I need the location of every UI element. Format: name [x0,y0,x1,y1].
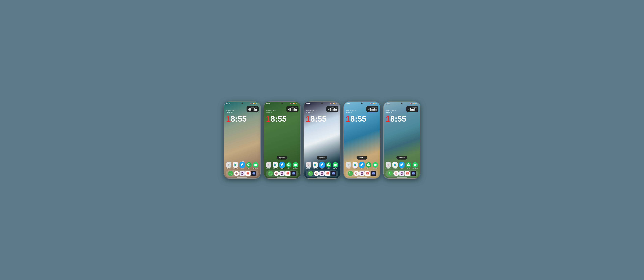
app-label: Twitter [399,168,405,169]
app-item[interactable] [365,171,370,176]
phone-screen: 18:55⏰ 🔕 ⬤ 📶 84%🔋Screen time48minMonday,… [384,102,420,178]
app-item[interactable] [331,171,336,176]
app-dock: Corona-...Play StoreTwitterSpotifyWhatsA… [304,162,340,170]
app-item[interactable] [405,171,410,176]
date-text: Monday, April 11 [226,110,236,112]
app-item[interactable]: WhatsApp [332,162,338,169]
app-item[interactable]: Play Store [352,162,358,169]
app-item[interactable]: WhatsApp [292,162,298,169]
app-item[interactable] [268,171,273,176]
app-item[interactable]: WhatsApp [412,162,418,169]
app-icon [226,162,232,168]
app-icon [331,171,336,176]
app-item[interactable]: Spotify [286,162,292,169]
app-item[interactable]: Spotify [366,162,372,169]
svg-point-59 [356,173,356,174]
applied-toast: Applied! [356,156,367,160]
big-clock: 18:55 [306,115,326,123]
app-item[interactable]: Twitter [359,162,365,169]
app-icon [285,171,290,176]
app-item[interactable] [291,171,296,176]
app-icon [326,162,332,168]
app-item[interactable] [399,171,404,176]
date-weather: Monday, April 11Cloudy 12° [226,110,236,113]
app-item[interactable] [411,171,416,176]
app-item[interactable] [274,171,279,176]
app-icon [233,162,238,168]
app-icon [274,171,279,176]
date-text: Monday, April 11 [386,110,396,112]
app-item[interactable]: Play Store [312,162,318,169]
app-item[interactable] [388,171,393,176]
notification-badge [290,171,290,172]
status-time: 18:55 [226,103,230,105]
app-item[interactable] [285,171,290,176]
app-item[interactable] [394,171,399,176]
phone-phone-5[interactable]: 18:55⏰ 🔕 ⬤ 📶 84%🔋Screen time48minMonday,… [384,102,420,179]
weather-text: Cloudy 12° [226,112,236,113]
status-time: 18:55 [346,103,350,105]
phone-wrapper-phone-5: 18:55⏰ 🔕 ⬤ 📶 84%🔋Screen time48minMonday,… [384,102,420,179]
status-time: 18:55 [306,103,310,105]
app-item[interactable]: Play Store [392,162,398,169]
app-icon [280,162,285,168]
phone-phone-2[interactable]: 18:55⏰ 🔕 ⬤ 📶 84%🔋Screen time48minMonday,… [264,102,300,179]
app-label: Twitter [319,168,325,169]
app-icon [246,162,252,168]
app-item[interactable]: Spotify [326,162,332,169]
app-item[interactable] [245,171,250,176]
app-item[interactable]: Corona-... [306,162,312,169]
app-item[interactable] [325,171,330,176]
app-item[interactable]: Twitter [399,162,405,169]
app-icon [253,162,258,168]
svg-point-2 [228,164,230,166]
app-item[interactable] [348,171,353,176]
app-label: Twitter [239,168,245,169]
app-item[interactable] [234,171,239,176]
app-icon [348,171,353,176]
app-item[interactable] [280,171,285,176]
phone-phone-4[interactable]: 18:55⏰ 🔕 ⬤ 📶 84%🔋Screen time48minMonday,… [344,102,380,179]
phone-wrapper-phone-3: 18:55⏰ 🔕 ⬤ 📶 84%🔋Screen time48minMonday,… [304,102,340,179]
app-row-main: Corona-...Play StoreTwitterSpotifyWhatsA… [305,162,339,169]
app-item[interactable] [371,171,376,176]
app-item[interactable]: WhatsApp [372,162,378,169]
app-item[interactable] [308,171,313,176]
app-label: Play Store [272,168,278,169]
app-item[interactable] [359,171,364,176]
phone-phone-1[interactable]: 18:55⏰ 🔕 ⬤ 📶 84%🔋Screen time48minMonday,… [224,102,260,179]
phone-phone-3[interactable]: 18:55⏰ 🔕 ⬤ 📶 84%🔋Screen time48minMonday,… [304,102,340,179]
weather-text: Cloudy 12° [386,112,396,113]
app-item[interactable]: Corona-... [346,162,352,169]
app-icon [325,171,330,176]
app-item[interactable] [228,171,233,176]
app-item[interactable]: Twitter [279,162,285,169]
app-icon [359,171,364,176]
app-item[interactable] [240,171,245,176]
app-label: Twitter [279,168,285,169]
app-item[interactable]: Play Store [232,162,238,169]
app-item[interactable]: Twitter [319,162,325,169]
app-item[interactable]: Spotify [406,162,412,169]
app-item[interactable]: Play Store [272,162,278,169]
app-item[interactable]: WhatsApp [252,162,258,169]
app-item[interactable] [314,171,319,176]
app-item[interactable]: Corona-... [266,162,272,169]
status-bar: 18:55⏰ 🔕 ⬤ 📶 84%🔋 [224,102,260,105]
app-label: Spotify [326,168,332,169]
app-label: Spotify [406,168,412,169]
app-item[interactable] [319,171,325,176]
app-item[interactable] [354,171,359,176]
status-icons: ⏰ 🔕 ⬤ 📶 84%🔋 [290,103,298,104]
status-bar: 18:55⏰ 🔕 ⬤ 📶 84%🔋 [344,102,380,105]
app-item[interactable]: Spotify [246,162,252,169]
app-item[interactable]: Corona-... [386,162,392,169]
app-item[interactable] [251,171,256,176]
phone-wrapper-phone-1: 18:55⏰ 🔕 ⬤ 📶 84%🔋Screen time48minMonday,… [224,102,260,179]
clock-one: 1 [346,114,350,123]
app-item[interactable]: Twitter [239,162,245,169]
svg-point-32 [308,164,309,166]
app-dock: Corona-...Play StoreTwitterSpotifyWhatsA… [344,162,380,170]
app-item[interactable]: Corona... [226,162,232,169]
phone-wrapper-phone-2: 18:55⏰ 🔕 ⬤ 📶 84%🔋Screen time48minMonday,… [264,102,300,179]
